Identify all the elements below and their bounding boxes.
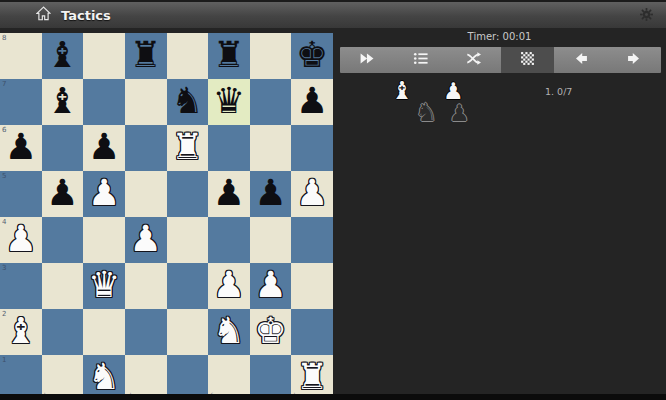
square-c2[interactable] [83, 309, 125, 355]
white-pawn[interactable]: ♟ [254, 267, 286, 303]
square-a4[interactable]: 4♟ [0, 217, 42, 263]
side-panel: Timer: 00:01 ♝♟♞♟ 1. 0/7 [333, 28, 666, 400]
white-pawn[interactable]: ♟ [130, 221, 162, 257]
square-f4[interactable] [208, 217, 250, 263]
square-a8[interactable]: 8 [0, 33, 42, 79]
shuffle-button[interactable] [447, 47, 501, 73]
settings-button[interactable] [636, 6, 656, 26]
white-rook[interactable]: ♜ [171, 129, 203, 165]
forward-button[interactable] [608, 47, 662, 73]
white-pawn[interactable]: ♟ [296, 175, 328, 211]
square-f3[interactable]: ♟ [208, 263, 250, 309]
black-pawn[interactable]: ♟ [213, 175, 245, 211]
white-knight[interactable]: ♞ [213, 313, 245, 349]
square-h2[interactable] [291, 309, 333, 355]
black-rook[interactable]: ♜ [213, 37, 245, 73]
bottom-border [0, 394, 666, 400]
square-b3[interactable] [42, 263, 84, 309]
square-h7[interactable]: ♟ [291, 79, 333, 125]
white-bishop[interactable]: ♝ [5, 313, 37, 349]
square-g3[interactable]: ♟ [250, 263, 292, 309]
rank-label: 7 [2, 80, 6, 88]
square-g8[interactable] [250, 33, 292, 79]
square-d5[interactable] [125, 171, 167, 217]
square-g5[interactable]: ♟ [250, 171, 292, 217]
back-button[interactable] [554, 47, 608, 73]
square-d7[interactable] [125, 79, 167, 125]
square-d3[interactable] [125, 263, 167, 309]
square-h4[interactable] [291, 217, 333, 263]
black-queen[interactable]: ♛ [213, 83, 245, 119]
black-pawn[interactable]: ♟ [88, 129, 120, 165]
white-pawn[interactable]: ♟ [213, 267, 245, 303]
square-h3[interactable] [291, 263, 333, 309]
score-label: 1. 0/7 [545, 86, 572, 97]
square-e5[interactable] [167, 171, 209, 217]
square-f2[interactable]: ♞ [208, 309, 250, 355]
square-c6[interactable]: ♟ [83, 125, 125, 171]
rank-label: 3 [2, 264, 6, 272]
square-b7[interactable]: ♝ [42, 79, 84, 125]
square-e8[interactable] [167, 33, 209, 79]
home-button[interactable] [33, 5, 53, 25]
square-e6[interactable]: ♜ [167, 125, 209, 171]
black-bishop[interactable]: ♝ [46, 37, 78, 73]
arrow-right-icon [627, 51, 642, 70]
square-f7[interactable]: ♛ [208, 79, 250, 125]
square-b6[interactable] [42, 125, 84, 171]
timer-label: Timer: 00:01 [333, 31, 666, 42]
square-h6[interactable] [291, 125, 333, 171]
white-king[interactable]: ♚ [254, 313, 286, 349]
square-d2[interactable] [125, 309, 167, 355]
square-c8[interactable] [83, 33, 125, 79]
square-g2[interactable]: ♚ [250, 309, 292, 355]
white-queen[interactable]: ♛ [88, 267, 120, 303]
black-rook[interactable]: ♜ [130, 37, 162, 73]
fast-forward-button[interactable] [340, 47, 394, 73]
square-b8[interactable]: ♝ [42, 33, 84, 79]
black-knight[interactable]: ♞ [171, 83, 203, 119]
square-a3[interactable]: 3 [0, 263, 42, 309]
square-e4[interactable] [167, 217, 209, 263]
square-b4[interactable] [42, 217, 84, 263]
square-f8[interactable]: ♜ [208, 33, 250, 79]
shuffle-icon [466, 51, 481, 70]
square-b5[interactable]: ♟ [42, 171, 84, 217]
square-a5[interactable]: 5 [0, 171, 42, 217]
black-pawn[interactable]: ♟ [254, 175, 286, 211]
square-h8[interactable]: ♚ [291, 33, 333, 79]
white-rook[interactable]: ♜ [296, 359, 328, 395]
square-g4[interactable] [250, 217, 292, 263]
square-c4[interactable] [83, 217, 125, 263]
black-pawn[interactable]: ♟ [296, 83, 328, 119]
black-bishop[interactable]: ♝ [46, 83, 78, 119]
rank-label: 8 [2, 34, 6, 42]
square-d6[interactable] [125, 125, 167, 171]
square-e7[interactable]: ♞ [167, 79, 209, 125]
square-a2[interactable]: 2♝ [0, 309, 42, 355]
white-pawn[interactable]: ♟ [88, 175, 120, 211]
square-e2[interactable] [167, 309, 209, 355]
square-d8[interactable]: ♜ [125, 33, 167, 79]
square-c7[interactable] [83, 79, 125, 125]
white-pawn[interactable]: ♟ [5, 221, 37, 257]
square-h5[interactable]: ♟ [291, 171, 333, 217]
square-d4[interactable]: ♟ [125, 217, 167, 263]
black-pawn[interactable]: ♟ [46, 175, 78, 211]
square-c5[interactable]: ♟ [83, 171, 125, 217]
chess-board: 8♝♜♜♚7♝♞♛♟6♟♟♜5♟♟♟♟♟4♟♟3♛♟♟2♝♞♚1abc♞defg… [0, 33, 333, 400]
move-list-button[interactable] [394, 47, 448, 73]
square-e3[interactable] [167, 263, 209, 309]
board-view-button[interactable] [501, 47, 555, 73]
black-king[interactable]: ♚ [296, 37, 328, 73]
square-a6[interactable]: 6♟ [0, 125, 42, 171]
square-g7[interactable] [250, 79, 292, 125]
square-f6[interactable] [208, 125, 250, 171]
square-g6[interactable] [250, 125, 292, 171]
white-knight[interactable]: ♞ [88, 359, 120, 395]
square-a7[interactable]: 7 [0, 79, 42, 125]
square-f5[interactable]: ♟ [208, 171, 250, 217]
black-pawn[interactable]: ♟ [5, 129, 37, 165]
square-b2[interactable] [42, 309, 84, 355]
square-c3[interactable]: ♛ [83, 263, 125, 309]
